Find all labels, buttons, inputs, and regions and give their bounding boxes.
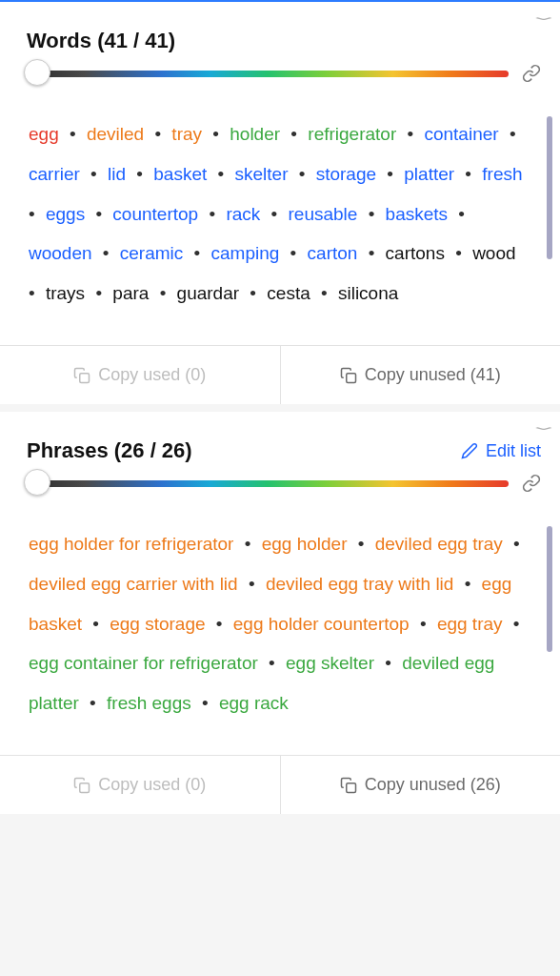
scrollbar[interactable] <box>547 526 552 652</box>
gradient-slider[interactable] <box>27 63 509 84</box>
tag[interactable]: wood <box>472 243 515 263</box>
tag[interactable]: basket <box>153 164 207 184</box>
tag[interactable]: egg holder for refrigerator <box>29 534 233 554</box>
tag[interactable]: ceramic <box>120 243 184 263</box>
tag[interactable]: carton <box>308 243 358 263</box>
slider-thumb[interactable] <box>24 59 50 86</box>
separator: • <box>238 574 266 594</box>
panel-title: Words (41 / 41) <box>27 29 175 53</box>
tag[interactable]: deviled egg tray <box>375 534 503 554</box>
separator: • <box>85 204 112 224</box>
separator: • <box>149 283 176 303</box>
separator: • <box>357 204 385 224</box>
separator: • <box>357 243 385 263</box>
separator: • <box>258 653 286 673</box>
svg-rect-1 <box>346 373 355 382</box>
copy-icon <box>340 777 357 794</box>
separator: • <box>233 534 261 554</box>
collapse-icon[interactable]: ⌄ <box>528 419 559 432</box>
tag[interactable]: fresh eggs <box>107 693 191 713</box>
tag[interactable]: container <box>424 124 498 144</box>
collapse-icon[interactable]: ⌄ <box>528 10 559 22</box>
tag[interactable]: rack <box>226 204 260 224</box>
tag[interactable]: wooden <box>29 243 92 263</box>
edit-list-link[interactable]: Edit list <box>461 441 541 461</box>
copy-icon <box>340 367 357 384</box>
svg-rect-2 <box>80 783 90 792</box>
tag[interactable]: cartons <box>386 243 445 263</box>
edit-label: Edit list <box>486 441 541 461</box>
separator: • <box>453 574 481 594</box>
tag[interactable]: holder <box>230 124 280 144</box>
tag[interactable]: egg skelter <box>286 653 374 673</box>
copy-unused-button[interactable]: Copy unused (41) <box>281 346 561 404</box>
separator: • <box>79 693 107 713</box>
tag[interactable]: baskets <box>386 204 448 224</box>
copy-unused-label: Copy unused (26) <box>365 775 501 795</box>
separator: • <box>310 283 338 303</box>
copy-used-label: Copy used (0) <box>98 775 206 795</box>
separator: • <box>207 164 234 184</box>
copy-unused-button[interactable]: Copy unused (26) <box>281 756 561 814</box>
pencil-icon <box>461 442 478 459</box>
tag[interactable]: carrier <box>29 164 80 184</box>
tag[interactable]: egg container for refrigerator <box>29 653 258 673</box>
separator: • <box>454 164 482 184</box>
tag[interactable]: eggs <box>46 204 85 224</box>
phrases-tags: egg holder for refrigerator • egg holder… <box>0 509 560 755</box>
slider-row <box>0 473 560 509</box>
svg-rect-0 <box>80 373 90 382</box>
separator: • <box>347 534 374 554</box>
tag[interactable]: egg holder <box>262 534 348 554</box>
tag[interactable]: egg rack <box>219 693 289 713</box>
tag[interactable]: fresh <box>482 164 522 184</box>
copy-unused-label: Copy unused (41) <box>365 365 501 385</box>
separator: • <box>396 124 424 144</box>
tag[interactable]: egg tray <box>437 614 503 634</box>
separator: • <box>80 164 108 184</box>
tag[interactable]: guardar <box>177 283 240 303</box>
separator: • <box>288 164 315 184</box>
tag[interactable]: silicona <box>338 283 398 303</box>
separator: • <box>183 243 210 263</box>
separator: • <box>85 283 112 303</box>
separator: • <box>92 243 120 263</box>
link-icon[interactable] <box>522 474 541 493</box>
tag[interactable]: deviled egg tray with lid <box>266 574 454 594</box>
tag[interactable]: egg <box>29 124 59 144</box>
tag[interactable]: egg storage <box>110 614 205 634</box>
scrollbar[interactable] <box>547 116 552 259</box>
tag[interactable]: skelter <box>235 164 289 184</box>
panel-header: Phrases (26 / 26) Edit list <box>0 412 560 473</box>
separator: • <box>503 534 526 554</box>
tag[interactable]: egg holder countertop <box>233 614 410 634</box>
phrases-panel: ⌄ Phrases (26 / 26) Edit list egg holder… <box>0 412 560 814</box>
slider-track <box>27 480 509 487</box>
tag[interactable]: para <box>112 283 149 303</box>
tag[interactable]: reusable <box>289 204 358 224</box>
separator: • <box>82 614 110 634</box>
tag[interactable]: countertop <box>112 204 198 224</box>
tag[interactable]: deviled <box>87 124 144 144</box>
svg-rect-3 <box>346 783 355 792</box>
separator: • <box>59 124 87 144</box>
tag[interactable]: platter <box>404 164 454 184</box>
link-icon[interactable] <box>522 64 541 83</box>
tag[interactable]: lid <box>108 164 126 184</box>
tag[interactable]: trays <box>46 283 85 303</box>
separator: • <box>260 204 288 224</box>
tag[interactable]: deviled egg carrier with lid <box>29 574 238 594</box>
tag[interactable]: camping <box>211 243 280 263</box>
words-tags: egg • deviled • tray • holder • refriger… <box>0 99 560 345</box>
tag[interactable]: storage <box>316 164 376 184</box>
slider-thumb[interactable] <box>24 469 50 496</box>
separator: • <box>374 653 402 673</box>
tag[interactable]: tray <box>171 124 202 144</box>
separator: • <box>144 124 171 144</box>
tag[interactable]: cesta <box>267 283 310 303</box>
gradient-slider[interactable] <box>27 473 509 494</box>
copy-icon <box>73 777 90 794</box>
separator: • <box>239 283 267 303</box>
slider-row <box>0 63 560 99</box>
tag[interactable]: refrigerator <box>308 124 396 144</box>
